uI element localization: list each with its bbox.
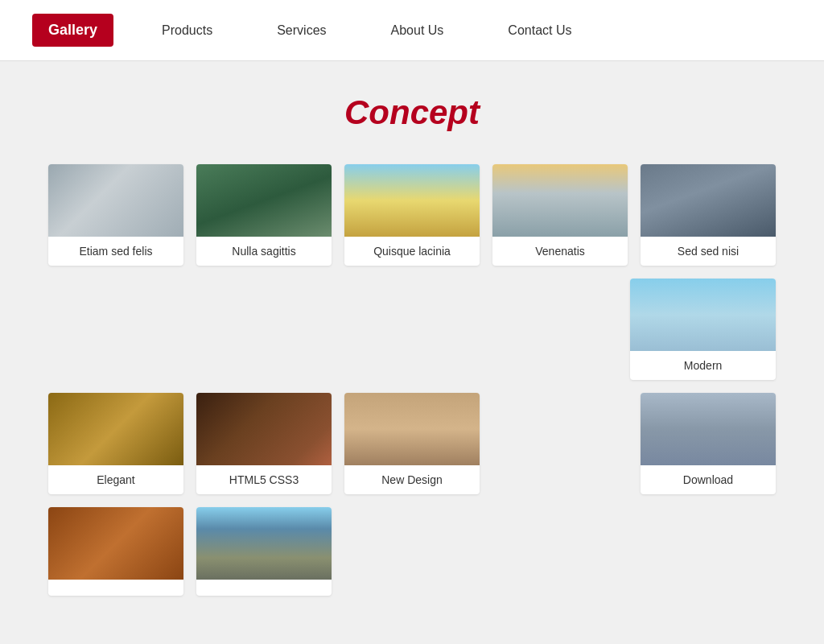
nav-contact[interactable]: Contact Us (508, 23, 571, 38)
nav-services[interactable]: Services (277, 23, 326, 38)
card-image-nulla (196, 164, 332, 237)
card-label-sed: Sed sed nisi (641, 237, 776, 266)
gallery-card-etiam[interactable]: Etiam sed felis (48, 164, 183, 266)
gallery-card-sed[interactable]: Sed sed nisi (641, 164, 776, 266)
card-image-sed (641, 164, 776, 237)
main-content: Concept Etiam sed felis Nulla sagittis Q… (0, 61, 824, 628)
gallery-section: Etiam sed felis Nulla sagittis Quisque l… (48, 164, 776, 596)
gallery-logo[interactable]: Gallery (32, 14, 113, 47)
card-image-download (641, 393, 776, 465)
card-image-laptop (48, 507, 183, 580)
card-label-html5: HTML5 CSS3 (196, 465, 332, 494)
card-image-quisque (344, 164, 480, 237)
page-title: Concept (48, 93, 776, 132)
gallery-card-nulla[interactable]: Nulla sagittis (196, 164, 332, 266)
card-image-modern (630, 279, 776, 351)
card-label-venenatis: Venenatis (492, 237, 628, 266)
gallery-card-quisque[interactable]: Quisque lacinia (344, 164, 480, 266)
card-label-etiam: Etiam sed felis (48, 237, 183, 266)
card-label-quisque: Quisque lacinia (344, 237, 480, 266)
gallery-card-laptop[interactable] (48, 507, 183, 596)
card-label-elegant: Elegant (48, 465, 183, 494)
gallery-row-1: Etiam sed felis Nulla sagittis Quisque l… (48, 164, 776, 266)
card-label-nulla: Nulla sagittis (196, 237, 332, 266)
card-label-download: Download (641, 465, 776, 494)
card-image-venenatis (492, 164, 628, 237)
card-label-modern: Modern (630, 351, 776, 380)
card-image-elegant (48, 393, 183, 465)
card-image-html5 (196, 393, 332, 465)
gallery-card-newdesign[interactable]: New Design (344, 393, 480, 494)
nav-links: Products Services About Us Contact Us (162, 23, 571, 38)
card-label-laptop (48, 580, 183, 596)
card-label-newdesign: New Design (344, 465, 480, 494)
nav-about[interactable]: About Us (391, 23, 444, 38)
card-image-newdesign (344, 393, 480, 465)
gallery-card-download[interactable]: Download (641, 393, 776, 494)
gallery-card-rocks[interactable] (196, 507, 332, 596)
gallery-row-3: Elegant HTML5 CSS3 New Design Download (48, 393, 776, 494)
card-label-rocks (196, 580, 332, 596)
gallery-card-venenatis[interactable]: Venenatis (492, 164, 628, 266)
gallery-row-4 (48, 507, 776, 596)
card-image-etiam (48, 164, 183, 237)
card-image-rocks (196, 507, 332, 580)
gallery-card-modern[interactable]: Modern (630, 279, 776, 380)
gallery-row-2: Modern (48, 279, 776, 380)
gallery-card-elegant[interactable]: Elegant (48, 393, 183, 494)
gallery-card-html5[interactable]: HTML5 CSS3 (196, 393, 332, 494)
nav-products[interactable]: Products (162, 23, 212, 38)
navigation: Gallery Products Services About Us Conta… (0, 0, 824, 61)
